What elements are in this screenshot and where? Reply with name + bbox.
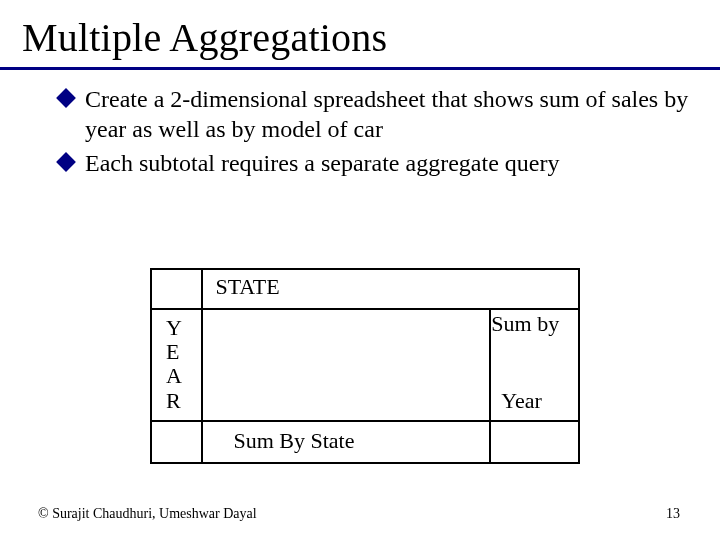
grid-body-cell bbox=[202, 309, 490, 421]
diamond-bullet-icon bbox=[56, 88, 76, 108]
bullet-text: Create a 2-dimensional spreadsheet that … bbox=[85, 86, 688, 142]
grid-bottom-right-cell bbox=[490, 421, 579, 463]
sum-by-label: Sum by bbox=[491, 310, 578, 338]
grid-sum-by-year-cell: Sum by Year bbox=[490, 309, 579, 421]
sum-by-state-label: Sum By State bbox=[203, 422, 489, 454]
grid-bottom-left-cell bbox=[151, 421, 202, 463]
title-underline bbox=[0, 67, 720, 70]
bullet-item: Each subtotal requires a separate aggreg… bbox=[85, 148, 690, 178]
grid-col-header: STATE bbox=[202, 269, 490, 309]
grid-sum-by-state-cell: Sum By State bbox=[202, 421, 490, 463]
year-vertical-label: YEAR bbox=[152, 310, 201, 413]
year-label: Year bbox=[501, 387, 542, 415]
aggregation-grid: STATE YEAR Sum by Year Sum By State bbox=[150, 268, 580, 464]
footer-page-number: 13 bbox=[666, 506, 680, 522]
bullet-text: Each subtotal requires a separate aggreg… bbox=[85, 150, 559, 176]
grid-top-right-cell bbox=[490, 269, 579, 309]
grid-corner-cell bbox=[151, 269, 202, 309]
grid-row-header: YEAR bbox=[151, 309, 202, 421]
bullet-list: Create a 2-dimensional spreadsheet that … bbox=[0, 84, 720, 178]
slide-title: Multiple Aggregations bbox=[0, 0, 720, 61]
bullet-item: Create a 2-dimensional spreadsheet that … bbox=[85, 84, 690, 144]
footer-copyright: © Surajit Chaudhuri, Umeshwar Dayal bbox=[38, 506, 257, 522]
state-label: STATE bbox=[203, 270, 490, 300]
diamond-bullet-icon bbox=[56, 152, 76, 172]
